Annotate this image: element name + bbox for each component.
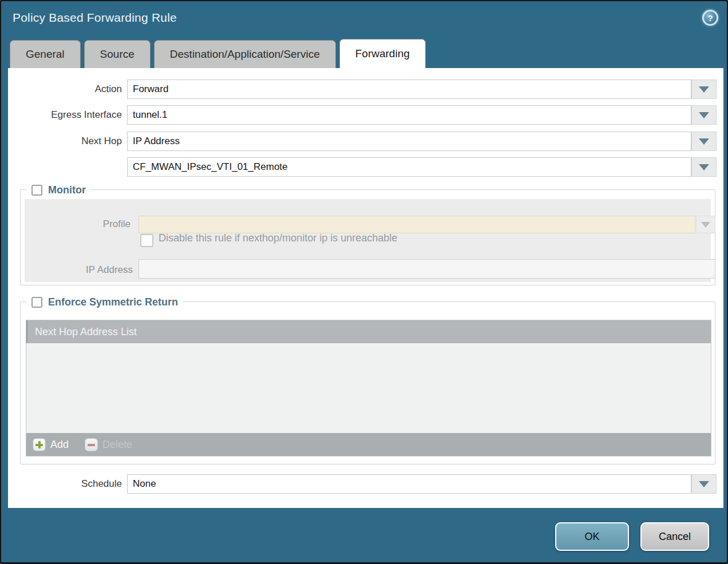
minus-icon <box>85 438 98 451</box>
next-hop-dropdown-button[interactable] <box>691 132 717 151</box>
dialog-title: Policy Based Forwarding Rule <box>13 11 177 25</box>
tab-destination-application-service[interactable]: Destination/Application/Service <box>154 40 336 68</box>
action-row: Action Forward <box>8 80 723 99</box>
monitor-group: Monitor Profile Disable this rule if nex… <box>20 189 715 285</box>
tab-general[interactable]: General <box>10 40 81 68</box>
next-hop-address-list-body[interactable] <box>26 343 711 433</box>
schedule-dropdown-button[interactable] <box>691 474 717 494</box>
disable-rule-label: Disable this rule if nexthop/monitor ip … <box>159 232 397 244</box>
monitor-ip-address-input <box>139 259 715 279</box>
disable-rule-checkbox <box>140 234 153 247</box>
next-hop-type-select[interactable]: IP Address <box>127 132 691 151</box>
cancel-button[interactable]: Cancel <box>640 522 709 551</box>
next-hop-address-select[interactable]: CF_MWAN_IPsec_VTI_01_Remote <box>127 157 691 177</box>
next-hop-address-list-toolbar: Add Delete <box>26 433 711 456</box>
profile-label: Profile <box>25 216 130 233</box>
egress-interface-row: Egress Interface tunnel.1 <box>8 105 723 125</box>
monitor-disabled-area: Profile Disable this rule if nexthop/mon… <box>25 199 711 282</box>
symmetric-return-group-title: Enforce Symmetric Return <box>48 296 178 308</box>
forwarding-tab-panel: Action Forward Egress Interface tunnel.1… <box>8 68 723 508</box>
profile-dropdown-button <box>696 216 715 233</box>
next-hop-address-table: Next Hop Address List Add Delete <box>26 320 711 456</box>
egress-interface-label: Egress Interface <box>8 105 122 125</box>
add-button-label: Add <box>50 439 69 451</box>
add-button[interactable]: Add <box>33 438 69 451</box>
symmetric-return-group: Enforce Symmetric Return Next Hop Addres… <box>20 301 715 464</box>
next-hop-label: Next Hop <box>8 132 122 151</box>
chevron-down-icon <box>699 481 709 487</box>
monitor-group-title: Monitor <box>48 184 86 196</box>
chevron-down-icon <box>699 138 709 145</box>
plus-icon <box>33 438 46 451</box>
action-select[interactable]: Forward <box>127 80 691 99</box>
next-hop-address-list-header: Next Hop Address List <box>26 320 711 343</box>
policy-based-forwarding-dialog: Policy Based Forwarding Rule ? General S… <box>0 0 728 564</box>
schedule-row: Schedule None <box>8 474 723 494</box>
tab-forwarding[interactable]: Forwarding <box>339 39 426 68</box>
action-dropdown-button[interactable] <box>691 80 717 99</box>
tab-source[interactable]: Source <box>84 40 151 68</box>
monitor-legend: Monitor <box>26 182 91 197</box>
chevron-down-icon <box>701 222 710 228</box>
schedule-select[interactable]: None <box>127 474 691 494</box>
delete-button-label: Delete <box>102 439 132 451</box>
chevron-down-icon <box>699 164 709 170</box>
egress-interface-dropdown-button[interactable] <box>691 105 717 125</box>
delete-button: Delete <box>85 438 132 451</box>
enforce-symmetric-return-checkbox[interactable] <box>31 297 42 308</box>
chevron-down-icon <box>699 112 709 118</box>
ok-button[interactable]: OK <box>555 522 629 551</box>
egress-interface-select[interactable]: tunnel.1 <box>127 105 691 125</box>
next-hop-address-row: CF_MWAN_IPsec_VTI_01_Remote <box>8 157 723 177</box>
next-hop-row: Next Hop IP Address <box>8 132 723 151</box>
monitor-ip-address-label: IP Address <box>25 260 133 280</box>
next-hop-address-dropdown-button[interactable] <box>691 157 717 177</box>
monitor-checkbox[interactable] <box>31 185 42 196</box>
schedule-label: Schedule <box>8 474 122 494</box>
profile-select <box>139 216 695 233</box>
tab-bar: General Source Destination/Application/S… <box>10 40 429 68</box>
action-label: Action <box>8 80 122 99</box>
help-icon[interactable]: ? <box>702 10 718 26</box>
chevron-down-icon <box>699 86 709 93</box>
symmetric-return-legend: Enforce Symmetric Return <box>26 295 183 309</box>
